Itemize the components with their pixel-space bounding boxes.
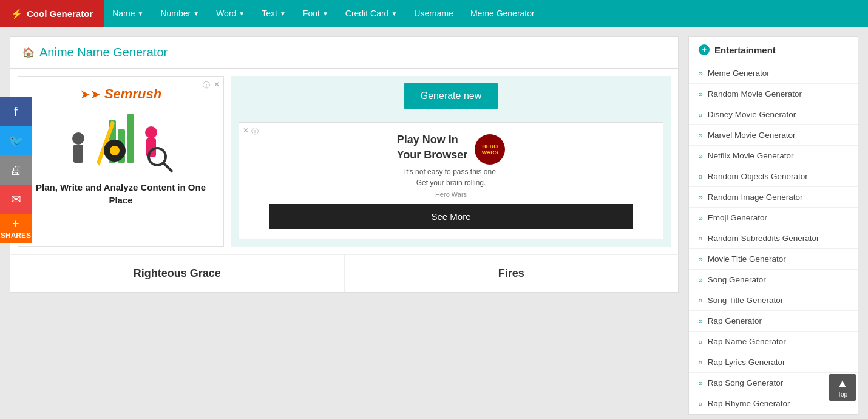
game-title: Play Now In Your Browser xyxy=(397,132,468,163)
scroll-to-top-button[interactable]: ▲ Top xyxy=(829,374,856,401)
content-area: 🏠 Anime Name Generator ⓘ ✕ ➤➤ Semrush xyxy=(10,36,679,415)
main-layout: 🏠 Anime Name Generator ⓘ ✕ ➤➤ Semrush xyxy=(0,27,868,419)
svg-point-11 xyxy=(110,146,120,155)
sidebar-section-entertainment: + Entertainment » Meme Generator » Rando… xyxy=(688,36,858,415)
facebook-share-button[interactable]: f xyxy=(0,97,32,126)
chevron-right-icon: » xyxy=(699,172,703,181)
chevron-right-icon: » xyxy=(699,90,703,98)
sidebar-item-rap-lyrics[interactable]: » Rap Lyrics Generator xyxy=(689,352,858,373)
svg-line-9 xyxy=(163,163,172,172)
chevron-right-icon: » xyxy=(699,317,703,325)
home-icon: 🏠 xyxy=(22,47,35,58)
print-button[interactable]: 🖨 xyxy=(0,155,32,185)
semrush-arrow-icon: ➤➤ xyxy=(80,87,101,101)
nav-item-username[interactable]: Username xyxy=(405,0,462,27)
semrush-logo: ➤➤ Semrush xyxy=(80,86,161,102)
hero-wars-badge: HEROWARS xyxy=(475,134,505,165)
ad-controls: ✕ ⓘ xyxy=(243,126,259,137)
chevron-right-icon: » xyxy=(699,379,703,387)
plus-icon: + xyxy=(699,44,710,55)
sidebar-item-random-objects[interactable]: » Random Objects Generator xyxy=(689,166,858,187)
chevron-down-icon: ▼ xyxy=(239,10,245,17)
nav-item-name[interactable]: Name ▼ xyxy=(104,0,152,27)
nav-item-text[interactable]: Text ▼ xyxy=(253,0,294,27)
name-result-2: Fires xyxy=(345,255,679,292)
sidebar-item-random-image[interactable]: » Random Image Generator xyxy=(689,187,858,208)
semrush-ad: ⓘ ✕ ➤➤ Semrush xyxy=(18,76,224,247)
nav-item-font[interactable]: Font ▼ xyxy=(294,0,337,27)
chevron-right-icon: » xyxy=(699,234,703,243)
ad-info-icons: ⓘ ✕ xyxy=(203,80,220,90)
close-icon[interactable]: ✕ xyxy=(214,80,220,90)
svg-point-6 xyxy=(145,126,157,138)
chevron-down-icon: ▼ xyxy=(391,10,397,17)
info-icon[interactable]: ⓘ xyxy=(203,80,210,90)
chevron-right-icon: » xyxy=(699,358,703,367)
hero-wars-ad: ✕ ⓘ Play Now In Your Browser HEROWARS It… xyxy=(239,122,663,239)
nav-brand[interactable]: ⚡ Cool Generator xyxy=(0,0,104,27)
page-header: 🏠 Anime Name Generator xyxy=(10,36,679,69)
sidebar-item-random-subreddits[interactable]: » Random Subreddits Generator xyxy=(689,228,858,249)
semrush-illustration xyxy=(60,108,181,181)
info-icon[interactable]: ⓘ xyxy=(251,126,259,137)
svg-rect-2 xyxy=(127,114,134,163)
chevron-right-icon: » xyxy=(699,276,703,284)
nav-items: Name ▼ Number ▼ Word ▼ Text ▼ Font ▼ Cre… xyxy=(104,0,543,27)
semrush-brand-text: Semrush xyxy=(104,86,161,102)
chevron-right-icon: » xyxy=(699,338,703,346)
email-share-button[interactable]: ✉ xyxy=(0,185,32,214)
chevron-right-icon: » xyxy=(699,193,703,202)
sidebar-item-random-movie[interactable]: » Random Movie Generator xyxy=(689,84,858,104)
sidebar: + Entertainment » Meme Generator » Rando… xyxy=(688,36,858,415)
generate-button[interactable]: Generate new xyxy=(404,83,499,109)
twitter-share-button[interactable]: 🐦 xyxy=(0,126,32,155)
chevron-right-icon: » xyxy=(699,255,703,264)
name-result-1: Righteous Grace xyxy=(10,255,345,292)
svg-point-4 xyxy=(72,132,84,145)
chevron-right-icon: » xyxy=(699,400,703,408)
sidebar-item-movie-title[interactable]: » Movie Title Generator xyxy=(689,249,858,270)
game-subtitle: It's not easy to pass this one.Get your … xyxy=(249,166,653,188)
ad-right: Generate new ✕ ⓘ Play Now In Your Browse… xyxy=(231,76,671,247)
svg-rect-5 xyxy=(73,145,83,163)
nav-item-number[interactable]: Number ▼ xyxy=(152,0,208,27)
chevron-down-icon: ▼ xyxy=(322,10,328,17)
chevron-down-icon: ▼ xyxy=(138,10,144,17)
bolt-icon: ⚡ xyxy=(11,8,23,19)
arrow-up-icon: ▲ xyxy=(837,377,848,390)
sidebar-section-title: Entertainment xyxy=(714,45,776,55)
chevron-right-icon: » xyxy=(699,214,703,222)
page-title: Anime Name Generator xyxy=(39,46,168,60)
nav-item-meme[interactable]: Meme Generator xyxy=(462,0,543,27)
close-icon[interactable]: ✕ xyxy=(243,126,249,137)
top-nav: ⚡ Cool Generator Name ▼ Number ▼ Word ▼ … xyxy=(0,0,868,27)
chevron-right-icon: » xyxy=(699,69,703,78)
social-bar: f 🐦 🖨 ✉ + SHARES xyxy=(0,97,32,243)
chevron-right-icon: » xyxy=(699,111,703,119)
ad-tagline: Plan, Write and Analyze Content in One P… xyxy=(28,181,214,206)
sidebar-item-meme-generator[interactable]: » Meme Generator xyxy=(689,63,858,84)
chevron-down-icon: ▼ xyxy=(193,10,199,17)
chevron-right-icon: » xyxy=(699,296,703,305)
sidebar-item-song-title[interactable]: » Song Title Generator xyxy=(689,290,858,311)
game-source: Hero Wars xyxy=(249,191,653,198)
sidebar-item-rap[interactable]: » Rap Generator xyxy=(689,311,858,332)
nav-item-credit-card[interactable]: Credit Card ▼ xyxy=(337,0,406,27)
nav-item-word[interactable]: Word ▼ xyxy=(208,0,253,27)
see-more-button[interactable]: See More xyxy=(269,204,632,229)
sidebar-item-song[interactable]: » Song Generator xyxy=(689,270,858,290)
sidebar-section-header: + Entertainment xyxy=(689,37,858,63)
sidebar-item-rap-name[interactable]: » Rap Name Generator xyxy=(689,332,858,352)
name-results: Righteous Grace Fires xyxy=(10,254,679,293)
ad-area: ⓘ ✕ ➤➤ Semrush xyxy=(10,69,679,254)
scroll-top-label: Top xyxy=(838,391,847,398)
share-button[interactable]: + SHARES xyxy=(0,214,32,243)
sidebar-item-netflix-movie[interactable]: » Netflix Movie Generator xyxy=(689,146,858,166)
sidebar-item-disney-movie[interactable]: » Disney Movie Generator xyxy=(689,104,858,125)
sidebar-item-emoji[interactable]: » Emoji Generator xyxy=(689,208,858,228)
chevron-down-icon: ▼ xyxy=(280,10,286,17)
chevron-right-icon: » xyxy=(699,131,703,140)
sidebar-item-marvel-movie[interactable]: » Marvel Movie Generator xyxy=(689,125,858,146)
chevron-right-icon: » xyxy=(699,152,703,160)
